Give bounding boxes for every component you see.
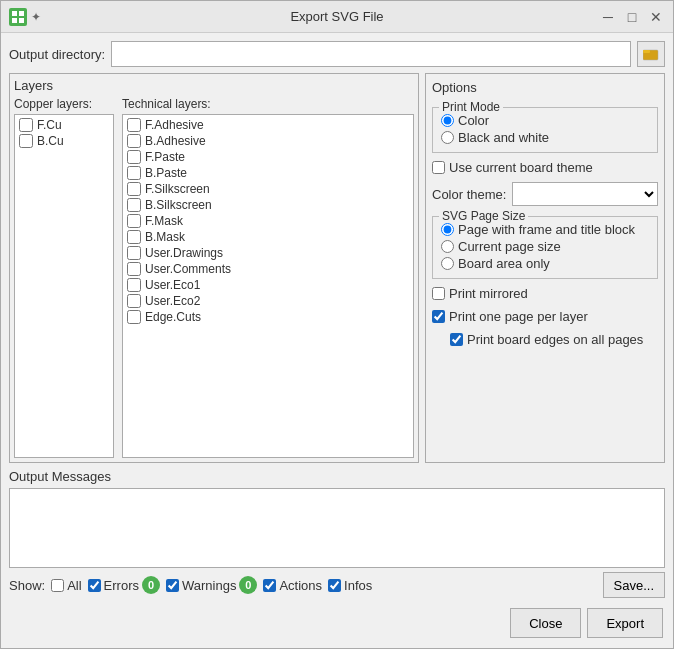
print-one-page-checkbox[interactable]: [432, 310, 445, 323]
app-icon: [9, 8, 27, 26]
print-one-page-row: Print one page per layer: [432, 308, 658, 325]
current-page-size-radio[interactable]: [441, 240, 454, 253]
options-group: Options Print Mode Color Black and white: [425, 73, 665, 463]
list-item: B.Cu: [17, 133, 111, 149]
list-item: F.Paste: [125, 149, 411, 165]
list-item: User.Drawings: [125, 245, 411, 261]
list-item: User.Eco1: [125, 277, 411, 293]
close-button[interactable]: Close: [510, 608, 581, 638]
fcu-label: F.Cu: [37, 118, 62, 132]
print-board-edges-row: Print board edges on all pages: [450, 331, 658, 348]
show-warnings-checkbox[interactable]: [166, 579, 179, 592]
show-errors-checkbox[interactable]: [88, 579, 101, 592]
close-button[interactable]: ✕: [647, 8, 665, 26]
print-mode-group: Print Mode Color Black and white: [432, 107, 658, 153]
svg-rect-4: [19, 18, 24, 23]
tech-layer-checkbox[interactable]: [127, 214, 141, 228]
minimize-button[interactable]: ─: [599, 8, 617, 26]
list-item: B.Silkscreen: [125, 197, 411, 213]
tech-layer-label: B.Silkscreen: [145, 198, 212, 212]
print-mirrored-checkbox[interactable]: [432, 287, 445, 300]
svg-rect-6: [643, 50, 650, 53]
layers-group-title: Layers: [14, 78, 414, 93]
svg-rect-2: [19, 11, 24, 16]
tech-layer-checkbox[interactable]: [127, 166, 141, 180]
titlebar-secondary-icon: ✦: [31, 10, 41, 24]
current-page-size-label: Current page size: [458, 239, 561, 254]
errors-badge: 0: [142, 576, 160, 594]
tech-layer-checkbox[interactable]: [127, 198, 141, 212]
save-button[interactable]: Save...: [603, 572, 665, 598]
tech-layer-checkbox[interactable]: [127, 246, 141, 260]
list-item: F.Adhesive: [125, 117, 411, 133]
page-frame-title-row: Page with frame and title block: [441, 221, 649, 238]
show-actions-checkbox[interactable]: [263, 579, 276, 592]
tech-layer-label: F.Paste: [145, 150, 185, 164]
tech-layer-checkbox[interactable]: [127, 294, 141, 308]
main-content: Output directory: Layers Copper layers:: [1, 33, 673, 648]
color-radio[interactable]: [441, 114, 454, 127]
tech-layer-label: F.Mask: [145, 214, 183, 228]
bw-radio-label: Black and white: [458, 130, 549, 145]
window-title: Export SVG File: [290, 9, 383, 24]
color-theme-select[interactable]: [512, 182, 658, 206]
print-board-edges-checkbox[interactable]: [450, 333, 463, 346]
page-frame-title-radio[interactable]: [441, 223, 454, 236]
svg-rect-3: [12, 18, 17, 23]
svg-page-size-legend: SVG Page Size: [439, 209, 528, 223]
tech-layer-label: B.Paste: [145, 166, 187, 180]
show-label: Show:: [9, 578, 45, 593]
board-area-only-row: Board area only: [441, 255, 649, 272]
window: ✦ Export SVG File ─ □ ✕ Output directory…: [0, 0, 674, 649]
bw-radio-row: Black and white: [441, 129, 649, 146]
bottom-buttons: Close Export: [9, 604, 665, 640]
bcu-checkbox[interactable]: [19, 134, 33, 148]
show-infos-item: Infos: [328, 578, 372, 593]
use-board-theme-checkbox[interactable]: [432, 161, 445, 174]
use-board-theme-row: Use current board theme: [432, 159, 658, 176]
show-warnings-item: Warnings 0: [166, 576, 257, 594]
list-item: B.Adhesive: [125, 133, 411, 149]
tech-layer-checkbox[interactable]: [127, 118, 141, 132]
print-mirrored-row: Print mirrored: [432, 285, 658, 302]
svg-rect-1: [12, 11, 17, 16]
show-all-label: All: [67, 578, 81, 593]
list-item: F.Cu: [17, 117, 111, 133]
print-one-page-label: Print one page per layer: [449, 309, 588, 324]
copper-layers-column: Copper layers: F.Cu B.Cu: [14, 97, 114, 458]
tech-layer-checkbox[interactable]: [127, 262, 141, 276]
output-messages-section: Output Messages Show: All Errors 0: [9, 469, 665, 598]
show-infos-checkbox[interactable]: [328, 579, 341, 592]
maximize-button[interactable]: □: [623, 8, 641, 26]
list-item: B.Mask: [125, 229, 411, 245]
color-theme-row: Color theme:: [432, 182, 658, 206]
show-actions-label: Actions: [279, 578, 322, 593]
right-panel: Options Print Mode Color Black and white: [425, 73, 665, 463]
titlebar-controls: ─ □ ✕: [599, 8, 665, 26]
output-directory-input[interactable]: [111, 41, 631, 67]
list-item: Edge.Cuts: [125, 309, 411, 325]
tech-layer-checkbox[interactable]: [127, 278, 141, 292]
browse-button[interactable]: [637, 41, 665, 67]
bw-radio[interactable]: [441, 131, 454, 144]
bcu-label: B.Cu: [37, 134, 64, 148]
svg-rect-0: [9, 8, 27, 26]
export-button[interactable]: Export: [587, 608, 663, 638]
output-messages-label: Output Messages: [9, 469, 665, 484]
tech-layer-checkbox[interactable]: [127, 134, 141, 148]
show-warnings-label: Warnings: [182, 578, 236, 593]
output-directory-label: Output directory:: [9, 47, 105, 62]
color-radio-row: Color: [441, 112, 649, 129]
copper-layers-list: F.Cu B.Cu: [14, 114, 114, 458]
tech-layer-checkbox[interactable]: [127, 230, 141, 244]
tech-layer-label: User.Drawings: [145, 246, 223, 260]
tech-layer-checkbox[interactable]: [127, 150, 141, 164]
fcu-checkbox[interactable]: [19, 118, 33, 132]
board-area-only-radio[interactable]: [441, 257, 454, 270]
main-panels: Layers Copper layers: F.Cu: [9, 73, 665, 463]
tech-layer-checkbox[interactable]: [127, 182, 141, 196]
show-all-checkbox[interactable]: [51, 579, 64, 592]
tech-layer-label: B.Adhesive: [145, 134, 206, 148]
show-errors-label: Errors: [104, 578, 139, 593]
tech-layer-checkbox[interactable]: [127, 310, 141, 324]
